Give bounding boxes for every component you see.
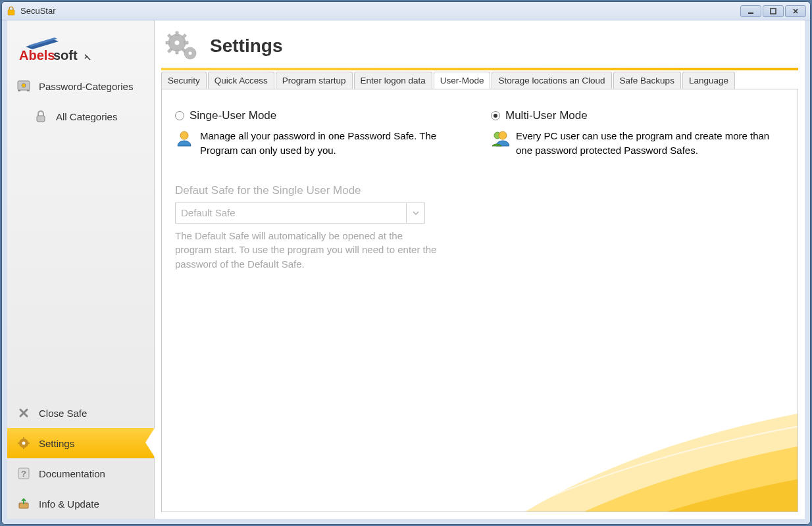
radio-checked-icon <box>491 111 500 120</box>
svg-text:?: ? <box>21 469 26 479</box>
update-box-icon <box>16 496 31 511</box>
sidebar-item-label: Settings <box>39 438 74 449</box>
gear-icon <box>16 436 31 450</box>
tab-language[interactable]: Language <box>682 72 735 89</box>
svg-point-11 <box>22 442 26 445</box>
sidebar-item-info-update[interactable]: Info & Update <box>7 489 154 519</box>
svg-rect-24 <box>184 41 188 44</box>
x-icon <box>16 406 31 420</box>
tab-quick-access[interactable]: Quick Access <box>208 72 274 89</box>
help-box-icon: ? <box>16 466 31 481</box>
titlebar: SecuStar <box>2 2 810 20</box>
default-safe-value: Default Safe <box>176 207 406 218</box>
sidebar-item-label: Password-Categories <box>39 81 133 92</box>
tab-safe-backups[interactable]: Safe Backups <box>613 72 681 89</box>
svg-point-31 <box>180 132 188 139</box>
svg-rect-9 <box>37 116 45 122</box>
svg-rect-0 <box>8 10 14 15</box>
tab-enter-logon-data[interactable]: Enter logon data <box>354 72 432 89</box>
sidebar-item-all-categories[interactable]: All Categories <box>7 101 154 132</box>
main-header: Settings <box>155 20 805 68</box>
app-lock-icon <box>6 6 16 16</box>
svg-rect-8 <box>27 90 30 91</box>
body-area: Abels soft Password-Categories All Categ… <box>2 20 810 524</box>
sidebar-item-password-categories[interactable]: Password-Categories <box>7 71 154 101</box>
sidebar-item-settings[interactable]: Settings <box>7 428 154 458</box>
single-user-icon <box>175 129 193 158</box>
svg-text:soft: soft <box>53 48 78 62</box>
close-button[interactable] <box>785 5 806 17</box>
minimize-button[interactable] <box>740 5 761 17</box>
svg-rect-1 <box>748 12 753 14</box>
settings-tabs: Security Quick Access Program startup En… <box>161 72 798 89</box>
app-title: SecuStar <box>20 6 55 16</box>
safe-box-icon <box>16 79 31 93</box>
multi-user-mode-block: Multi-User Mode Every PC user can use th… <box>491 109 780 272</box>
sidebar-item-label: All Categories <box>56 111 117 122</box>
tab-panel-user-mode: Singe-User Mode Manage all your password… <box>161 89 798 512</box>
svg-point-33 <box>499 132 507 139</box>
default-safe-section-label: Defaut Safe for the Single User Mode <box>175 184 465 197</box>
single-user-description: Manage all your password in one Password… <box>200 129 465 158</box>
svg-rect-21 <box>176 32 178 36</box>
maximize-icon <box>770 8 776 14</box>
chevron-down-icon <box>406 203 424 223</box>
close-icon <box>792 8 799 14</box>
svg-rect-2 <box>771 9 776 14</box>
sidebar-item-label: Info & Update <box>39 498 99 510</box>
abelssoft-logo-icon: Abels soft <box>19 35 91 62</box>
svg-rect-23 <box>166 41 170 44</box>
svg-text:Abels: Abels <box>19 48 55 62</box>
sidebar-item-documentation[interactable]: ? Documentation <box>7 458 154 489</box>
multi-user-icon <box>491 129 509 158</box>
sidebar-item-close-safe[interactable]: Close Safe <box>7 398 154 428</box>
tab-program-startup[interactable]: Program startup <box>276 72 353 89</box>
padlock-icon <box>34 109 48 124</box>
svg-point-30 <box>188 51 192 55</box>
single-user-mode-radio[interactable]: Singe-User Mode <box>175 109 465 122</box>
minimize-icon <box>748 8 754 14</box>
sidebar-item-label: Documentation <box>39 468 105 479</box>
maximize-button[interactable] <box>763 5 784 17</box>
decorative-swoosh-icon <box>469 367 798 512</box>
svg-point-6 <box>22 84 26 87</box>
tab-storage-locations[interactable]: Storage locations an Cloud <box>492 72 611 89</box>
brand-logo: Abels soft <box>7 26 154 71</box>
single-user-mode-block: Singe-User Mode Manage all your password… <box>175 109 465 272</box>
gears-icon <box>164 31 201 61</box>
tab-security[interactable]: Security <box>161 72 207 89</box>
radio-label: Singe-User Mode <box>190 109 276 122</box>
radio-label: Multi-User Mode <box>505 109 588 122</box>
main: Settings Security Quick Access Program s… <box>155 20 805 519</box>
default-safe-select[interactable]: Default Safe <box>175 203 425 224</box>
svg-rect-7 <box>18 90 20 91</box>
default-safe-help-text: The Default Safe will automatically be o… <box>175 229 438 272</box>
svg-rect-22 <box>176 50 178 54</box>
accent-bar <box>161 68 798 70</box>
multi-user-description: Every PC user can use the program and cr… <box>516 129 780 158</box>
sidebar-item-label: Close Safe <box>39 408 87 419</box>
svg-point-20 <box>174 40 180 45</box>
sidebar: Abels soft Password-Categories All Categ… <box>7 20 155 519</box>
multi-user-mode-radio[interactable]: Multi-User Mode <box>491 109 780 122</box>
app-window: SecuStar Abels soft <box>1 1 811 525</box>
page-title: Settings <box>210 36 282 57</box>
radio-icon <box>175 111 184 120</box>
tab-user-mode[interactable]: User-Mode <box>434 72 491 89</box>
